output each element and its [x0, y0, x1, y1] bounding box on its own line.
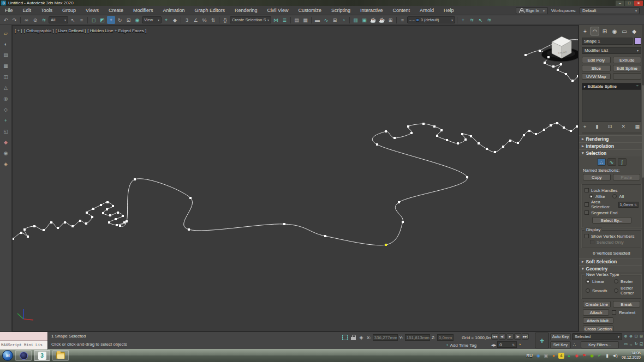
maxscript-input[interactable]: [0, 332, 47, 341]
zoom-all-icon[interactable]: ⊛: [629, 333, 634, 340]
workspaces-dropdown[interactable]: Default: [580, 7, 640, 14]
bezier-radio[interactable]: [614, 279, 618, 283]
taskbar-explorer-button[interactable]: [52, 350, 69, 361]
dock-cone-icon[interactable]: △: [2, 84, 10, 92]
show-end-result-icon[interactable]: ▮: [595, 124, 598, 130]
object-name-field[interactable]: Shape 1: [582, 38, 633, 45]
vertex-subobject-icon[interactable]: ∴: [597, 158, 606, 166]
rollout-soft-selection[interactable]: ▸ Soft Selection: [579, 258, 644, 265]
align-icon[interactable]: ≣: [281, 16, 289, 24]
rollout-interpolation[interactable]: ▸ Interpolation: [579, 142, 644, 149]
viewport-label-part-3[interactable]: [ Hidden Line + Edged Faces ]: [87, 28, 146, 33]
viewport-label-part-1[interactable]: [ Orthographic ]: [24, 28, 54, 33]
object-color-swatch[interactable]: [634, 38, 641, 45]
state-sets-icon[interactable]: ⊞: [386, 16, 395, 24]
dock-box-icon[interactable]: ▤: [2, 51, 10, 59]
tray-utility-icon[interactable]: ▣: [543, 353, 549, 359]
panel-splitter[interactable]: [582, 132, 641, 134]
create-new-layer-icon[interactable]: +: [459, 16, 467, 24]
layer-dropdown[interactable]: ‒ ‒0 (default): [407, 16, 455, 23]
dock-sphere-icon[interactable]: ◐: [2, 40, 10, 48]
viewport-label-part-0[interactable]: [ + ]: [15, 28, 22, 33]
menu-item-modifiers[interactable]: Modifiers: [128, 6, 158, 15]
next-frame-icon[interactable]: ||▶: [514, 333, 521, 340]
extrude-button[interactable]: Extrude: [613, 57, 642, 63]
menu-item-file[interactable]: File: [0, 6, 18, 15]
tab-utilities[interactable]: ◆: [630, 27, 639, 35]
rectangular-selection-region-icon[interactable]: ◻: [90, 16, 98, 24]
dock-move-icon[interactable]: +: [2, 117, 10, 124]
rendered-frame-icon[interactable]: ▣: [360, 16, 368, 24]
segment-subobject-icon[interactable]: ∿: [607, 158, 616, 166]
close-button[interactable]: ×: [634, 1, 643, 6]
tab-create[interactable]: +: [581, 27, 589, 35]
menu-item-edit[interactable]: Edit: [18, 6, 37, 15]
select-and-manipulate-icon[interactable]: ◆: [171, 16, 179, 24]
maximize-viewport-icon[interactable]: ◱: [639, 340, 644, 348]
tray-audio-icon[interactable]: ◆: [574, 353, 580, 359]
menu-item-tools[interactable]: Tools: [36, 6, 57, 15]
menu-item-scripting[interactable]: Scripting: [326, 6, 355, 15]
uvw-map-button[interactable]: UVW Map: [582, 73, 611, 80]
modifier-stack[interactable]: ▸ Editable Spline ⁘: [582, 83, 641, 122]
panel-scrollbar[interactable]: [642, 25, 644, 331]
alike-radio[interactable]: [589, 194, 593, 198]
orbit-icon[interactable]: ↻: [634, 340, 639, 348]
remove-modifier-icon[interactable]: ✕: [622, 124, 626, 130]
menu-item-arnold[interactable]: Arnold: [415, 6, 439, 15]
angle-snap-icon[interactable]: ∠: [192, 16, 200, 24]
zoom-region-icon[interactable]: ▭: [623, 340, 629, 348]
break-button[interactable]: Break: [613, 301, 641, 307]
viewport-canvas[interactable]: FRONT: [13, 26, 579, 331]
menu-item-views[interactable]: Views: [81, 6, 104, 15]
go-to-start-icon[interactable]: |◀◀: [491, 333, 498, 340]
z-coordinate-field[interactable]: 0,0mm: [437, 334, 454, 341]
menu-item-graph-editors[interactable]: Graph Editors: [189, 6, 230, 15]
paste-button[interactable]: Paste: [613, 174, 641, 180]
schematic-view-icon[interactable]: ⊞: [331, 16, 339, 24]
edit-poly-button[interactable]: Edit Poly: [582, 57, 611, 63]
pan-icon[interactable]: ↔: [629, 340, 634, 348]
viewport-label-part-2[interactable]: [ User Defined ]: [56, 28, 86, 33]
layer-list-icon[interactable]: ≡: [398, 16, 407, 24]
unlink-selection-icon[interactable]: ⊘: [31, 16, 39, 24]
ribbon-toggle-icon[interactable]: ▬: [313, 16, 321, 24]
menu-item-rendering[interactable]: Rendering: [230, 6, 263, 15]
zoom-icon[interactable]: ⊕: [623, 333, 629, 340]
language-indicator[interactable]: RU: [526, 353, 533, 358]
tab-display[interactable]: ▭: [620, 27, 629, 35]
previous-frame-icon[interactable]: ◀||: [499, 333, 506, 340]
attach-button[interactable]: Attach: [583, 309, 609, 316]
curve-editor-icon[interactable]: ∿: [322, 16, 330, 24]
pin-stack-icon[interactable]: ⌖: [583, 124, 586, 130]
absolute-mode-icon[interactable]: ◈: [358, 334, 365, 341]
copy-button[interactable]: Copy: [583, 174, 611, 180]
zoom-extents-icon[interactable]: ⊡: [634, 333, 639, 340]
menu-item-animation[interactable]: Animation: [158, 6, 189, 15]
menu-item-create[interactable]: Create: [104, 6, 128, 15]
start-button[interactable]: ⊞: [2, 350, 13, 361]
select-and-place-icon[interactable]: ◉: [133, 16, 141, 24]
area-selection-checkbox[interactable]: [585, 202, 589, 207]
select-and-scale-icon[interactable]: ⊡: [124, 16, 133, 24]
rollout-selection[interactable]: ▾ Selection: [579, 149, 644, 156]
set-key-button[interactable]: Set Key: [550, 341, 571, 348]
configure-modifier-sets-icon[interactable]: ▦: [635, 124, 640, 130]
layer-explorer-icon[interactable]: ▦: [301, 16, 309, 24]
tray-volume-icon[interactable]: ◄): [612, 353, 618, 359]
play-icon[interactable]: ▶: [506, 333, 514, 340]
viewport[interactable]: FRONT [ + ][ Orthographic ][ User Define…: [12, 25, 579, 331]
make-unique-icon[interactable]: ⊡: [608, 124, 612, 130]
undo-icon[interactable]: ↶: [2, 16, 10, 24]
select-object-icon[interactable]: ↖: [69, 16, 77, 24]
dock-helper-icon[interactable]: ◈: [2, 160, 10, 168]
menu-item-civil-view[interactable]: Civil View: [263, 6, 294, 15]
tray-flag-icon[interactable]: ⚑: [581, 353, 587, 359]
frame-step-icon[interactable]: ◀▶: [491, 343, 496, 347]
tray-nvidia-icon[interactable]: ◉: [589, 353, 595, 359]
scene-explorer-icon[interactable]: ▤: [293, 16, 301, 24]
material-editor-icon[interactable]: ◔: [339, 16, 348, 24]
reference-coordinate-dropdown[interactable]: View: [142, 16, 162, 23]
menu-item-help[interactable]: Help: [439, 6, 459, 15]
mirror-icon[interactable]: ⋈: [272, 16, 280, 24]
